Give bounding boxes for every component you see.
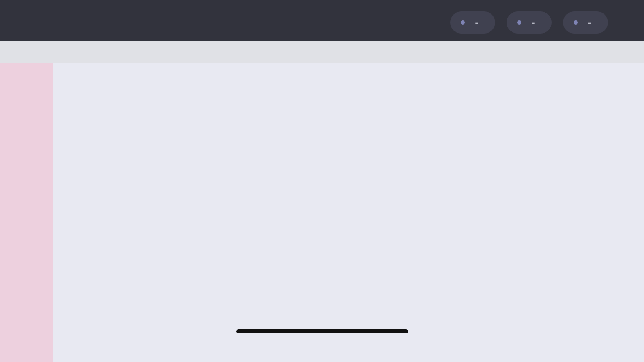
tempo-pill[interactable]: - <box>450 11 495 34</box>
score-area[interactable] <box>0 63 644 362</box>
dot-icon <box>574 20 578 25</box>
section-tabs[interactable] <box>0 41 644 63</box>
dot-icon <box>461 20 465 25</box>
home-indicator[interactable] <box>236 329 408 333</box>
section-bar[interactable] <box>0 41 644 63</box>
played-region <box>0 63 53 362</box>
metadata-pills: - - - <box>450 11 628 34</box>
track-pill[interactable]: - <box>507 11 552 34</box>
app-header: - - - <box>0 0 644 41</box>
key-pill[interactable]: - <box>563 11 608 34</box>
dot-icon <box>517 20 521 25</box>
